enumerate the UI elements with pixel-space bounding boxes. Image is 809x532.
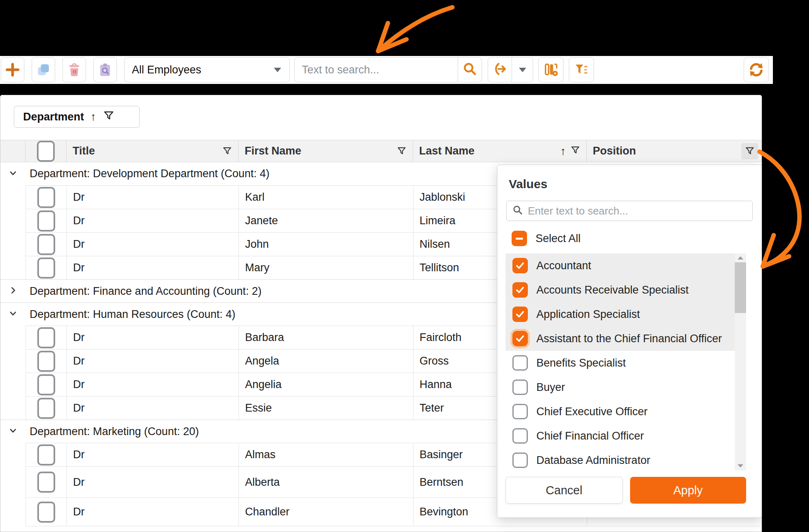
view-selector-value: All Employees: [125, 64, 274, 76]
filter-item-label: Application Specialist: [536, 308, 640, 321]
filter-funnel-icon[interactable]: [222, 146, 232, 157]
copy-button[interactable]: [32, 57, 55, 82]
checkbox-icon[interactable]: [37, 374, 55, 395]
filter-search-input[interactable]: [527, 204, 752, 218]
row-select-cell[interactable]: [26, 256, 67, 279]
checkbox-icon[interactable]: [37, 351, 55, 372]
row-select-cell[interactable]: [26, 467, 67, 498]
row-select-cell[interactable]: [26, 397, 67, 420]
header-select-all[interactable]: [26, 140, 67, 162]
checkbox-checked-icon[interactable]: [512, 307, 528, 322]
scroll-up-icon[interactable]: [738, 256, 743, 260]
annotation-arrow-to-search: [357, 0, 463, 57]
row-select-cell[interactable]: [26, 373, 67, 396]
list-item[interactable]: Accountant: [506, 253, 736, 278]
cell-title: Dr: [67, 498, 239, 526]
list-item[interactable]: Chief Financial Officer: [506, 424, 736, 448]
trash-icon: [67, 62, 82, 77]
checkbox-checked-icon[interactable]: [512, 282, 528, 298]
scrollbar-thumb[interactable]: [735, 262, 746, 313]
cell-first-name: Karl: [239, 186, 413, 209]
header-expand-column: [0, 140, 26, 162]
header-title[interactable]: Title: [67, 140, 239, 162]
cell-title: Dr: [67, 373, 239, 396]
search-input[interactable]: [295, 58, 458, 82]
refresh-button[interactable]: [744, 57, 769, 82]
delete-button[interactable]: [62, 57, 86, 82]
filter-funnel-icon[interactable]: [396, 146, 407, 157]
group-chip-label: Department: [23, 111, 84, 123]
clipboard-search-button[interactable]: [93, 57, 117, 82]
select-all-label: Select All: [536, 232, 581, 245]
cell-first-name: Essie: [239, 397, 413, 420]
list-item[interactable]: Buyer: [506, 375, 736, 399]
row-select-cell[interactable]: [26, 233, 67, 256]
checkbox-icon[interactable]: [37, 210, 55, 232]
checkbox-icon[interactable]: [37, 257, 55, 279]
sort-asc-icon: ↑: [90, 111, 96, 122]
add-button[interactable]: [1, 57, 24, 82]
row-select-cell[interactable]: [26, 350, 67, 373]
plus-icon: [5, 62, 20, 77]
header-first-name[interactable]: First Name: [239, 140, 413, 162]
checkbox-checked-icon[interactable]: [512, 258, 528, 273]
group-label: Department: Development Department (Coun…: [30, 167, 269, 180]
cell-first-name: Mary: [239, 256, 413, 279]
list-item[interactable]: Assistant to the Chief Financial Officer: [506, 326, 736, 351]
filter-funnel-icon[interactable]: [103, 110, 115, 124]
checkbox-icon[interactable]: [37, 472, 55, 493]
scroll-down-icon[interactable]: [738, 464, 743, 468]
view-selector[interactable]: All Employees: [124, 57, 290, 82]
group-chip-department[interactable]: Department ↑: [14, 106, 140, 128]
checkbox-icon[interactable]: [37, 187, 55, 208]
row-select-cell[interactable]: [26, 209, 67, 232]
chevron-down-icon[interactable]: [274, 68, 281, 72]
toolbar: All Employees: [0, 56, 773, 84]
cell-first-name: Janete: [239, 209, 413, 232]
filter-funnel-icon[interactable]: [570, 145, 581, 157]
scrollbar[interactable]: [735, 253, 746, 470]
export-button[interactable]: [488, 58, 512, 82]
row-select-cell[interactable]: [26, 186, 67, 209]
checkbox-icon[interactable]: [37, 502, 55, 523]
list-item[interactable]: Application Specialist: [506, 302, 736, 326]
list-item[interactable]: Accounts Receivable Specialist: [506, 278, 736, 302]
filter-icon: [574, 62, 589, 77]
checkbox-icon[interactable]: [37, 327, 55, 348]
export-dropdown-button[interactable]: [512, 58, 533, 82]
list-item[interactable]: Benefits Specialist: [506, 351, 736, 375]
list-item[interactable]: Database Administrator: [506, 448, 736, 470]
cell-title: Dr: [67, 443, 239, 466]
search-icon: [507, 205, 527, 217]
row-select-cell[interactable]: [26, 443, 67, 466]
chevron-down-icon[interactable]: [7, 425, 19, 438]
checkbox-icon[interactable]: [512, 404, 528, 419]
column-chooser-button[interactable]: [538, 57, 564, 82]
checkbox-indeterminate-icon[interactable]: [512, 231, 527, 246]
checkbox-icon[interactable]: [37, 234, 55, 255]
cancel-button[interactable]: Cancel: [506, 477, 623, 504]
cell-first-name: Barbara: [239, 326, 413, 349]
checkbox-checked-icon[interactable]: [512, 331, 528, 346]
search-button[interactable]: [458, 58, 482, 82]
checkbox-icon[interactable]: [512, 428, 528, 444]
checkbox-icon[interactable]: [37, 398, 55, 419]
checkbox-icon[interactable]: [512, 355, 528, 371]
checkbox-icon[interactable]: [37, 141, 55, 162]
chevron-down-icon[interactable]: [7, 308, 19, 321]
toolbar-search: [294, 57, 482, 82]
checkbox-icon[interactable]: [512, 453, 528, 468]
chevron-down-icon[interactable]: [7, 167, 19, 180]
header-position[interactable]: Position: [587, 140, 762, 162]
row-select-cell[interactable]: [26, 326, 67, 349]
list-item[interactable]: Chief Executive Officer: [506, 399, 736, 424]
select-all-row[interactable]: Select All: [497, 227, 762, 249]
checkbox-icon[interactable]: [512, 380, 528, 395]
row-select-cell[interactable]: [26, 498, 67, 526]
filter-button[interactable]: [569, 57, 594, 82]
chevron-right-icon[interactable]: [7, 285, 19, 298]
group-label: Department: Marketing (Count: 20): [30, 425, 199, 438]
apply-button[interactable]: Apply: [630, 477, 747, 504]
header-last-name[interactable]: Last Name ↑: [413, 140, 587, 162]
checkbox-icon[interactable]: [37, 444, 55, 466]
